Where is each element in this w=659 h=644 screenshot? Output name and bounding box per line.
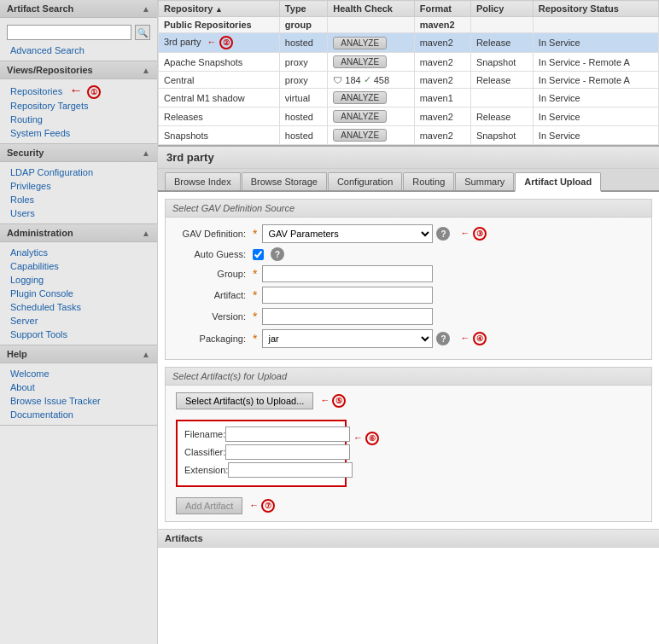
admin-title: Administration bbox=[7, 228, 73, 238]
sidebar-item-capabilities[interactable]: Capabilities bbox=[0, 259, 157, 273]
sidebar-item-analytics[interactable]: Analytics bbox=[0, 246, 157, 259]
auto-guess-field: ? bbox=[253, 247, 641, 261]
tab-browse-index[interactable]: Browse Index bbox=[165, 172, 241, 190]
required-star: * bbox=[253, 288, 257, 302]
gav-definition-label: GAV Definition: bbox=[176, 229, 253, 239]
tab-artifact-upload[interactable]: Artifact Upload bbox=[515, 172, 601, 192]
sidebar-item-users[interactable]: Users bbox=[0, 206, 157, 220]
repo-status: In Service bbox=[533, 89, 658, 107]
sidebar-item-roles[interactable]: Roles bbox=[0, 193, 157, 206]
add-artifact-button[interactable]: Add Artifact bbox=[176, 497, 242, 514]
analyze-button[interactable]: ANALYZE bbox=[333, 55, 387, 68]
sidebar-section-header-views: Views/Repositories ▲ bbox=[0, 61, 157, 79]
views-collapse[interactable]: ▲ bbox=[142, 66, 150, 75]
shield-icon: 🛡 bbox=[333, 75, 342, 85]
sidebar-item-support-tools[interactable]: Support Tools bbox=[0, 328, 157, 341]
sidebar-item-routing[interactable]: Routing bbox=[0, 113, 157, 126]
table-row[interactable]: Central proxy 🛡 184 ✓ 458 maven2 Release bbox=[159, 72, 659, 89]
auto-guess-help[interactable]: ? bbox=[271, 247, 284, 261]
help-collapse[interactable]: ▲ bbox=[142, 350, 150, 359]
col-header-format[interactable]: Format bbox=[414, 1, 470, 17]
admin-collapse[interactable]: ▲ bbox=[142, 229, 150, 238]
repo-type: virtual bbox=[279, 89, 327, 107]
repo-policy: Release bbox=[470, 72, 533, 89]
col-header-policy[interactable]: Policy bbox=[470, 1, 533, 17]
artifact-search-button[interactable]: 🔍 bbox=[135, 25, 150, 40]
annotation-arrow-5: ← ⑤ bbox=[320, 394, 346, 408]
sidebar-item-plugin-console[interactable]: Plugin Console bbox=[0, 287, 157, 300]
gav-definition-select[interactable]: GAV Parameters POM File bbox=[262, 224, 433, 243]
artifact-label: Artifact: bbox=[176, 290, 253, 300]
tab-browse-storage[interactable]: Browse Storage bbox=[242, 172, 327, 190]
col-header-type[interactable]: Type bbox=[279, 1, 327, 17]
tab-configuration[interactable]: Configuration bbox=[328, 172, 402, 190]
sidebar-item-welcome[interactable]: Welcome bbox=[0, 367, 157, 380]
help-title: Help bbox=[7, 349, 27, 359]
sidebar-item-browse-issue-tracker[interactable]: Browse Issue Tracker bbox=[0, 394, 157, 408]
repo-name: Releases bbox=[159, 107, 280, 126]
repo-name: Central M1 shadow bbox=[159, 89, 280, 107]
security-collapse[interactable]: ▲ bbox=[142, 148, 150, 158]
packaging-help-button[interactable]: ? bbox=[436, 332, 450, 345]
repo-name: Public Repositories bbox=[159, 17, 280, 33]
analyze-button[interactable]: ANALYZE bbox=[333, 110, 387, 123]
sidebar-item-advanced-search[interactable]: Advanced Search bbox=[0, 44, 157, 57]
gav-help-button[interactable]: ? bbox=[436, 227, 450, 241]
sidebar-item-server[interactable]: Server bbox=[0, 314, 157, 328]
repo-status bbox=[533, 17, 658, 33]
packaging-select[interactable]: jar war ear pom maven-plugin bbox=[262, 329, 433, 348]
upload-section: Select Artifact(s) for Upload Select Art… bbox=[165, 367, 652, 522]
gav-form-body: GAV Definition: * GAV Parameters POM Fil… bbox=[166, 218, 651, 359]
table-row[interactable]: Central M1 shadow virtual ANALYZE maven1… bbox=[159, 89, 659, 107]
classifier-input[interactable] bbox=[225, 444, 350, 460]
table-row[interactable]: Releases hosted ANALYZE maven2 Release I… bbox=[159, 107, 659, 126]
sidebar-item-repository-targets[interactable]: Repository Targets bbox=[0, 99, 157, 113]
sidebar-item-ldap[interactable]: LDAP Configuration bbox=[0, 165, 157, 179]
detail-panel: 3rd party Browse Index Browse Storage Co… bbox=[158, 147, 659, 644]
artifacts-header: Artifacts bbox=[158, 529, 659, 548]
tab-summary[interactable]: Summary bbox=[455, 172, 514, 190]
sidebar-item-scheduled-tasks[interactable]: Scheduled Tasks bbox=[0, 300, 157, 314]
classifier-label: Classifier: bbox=[184, 447, 225, 457]
version-input[interactable] bbox=[262, 308, 433, 325]
tab-routing[interactable]: Routing bbox=[403, 172, 454, 190]
col-header-repository[interactable]: Repository bbox=[159, 1, 280, 17]
gav-definition-row: GAV Definition: * GAV Parameters POM Fil… bbox=[176, 224, 641, 243]
repo-policy bbox=[470, 17, 533, 33]
sidebar-section-header-artifact-search: Artifact Search ▲ bbox=[0, 0, 157, 18]
tab-content-artifact-upload: Select GAV Definition Source GAV Definit… bbox=[158, 192, 659, 644]
artifact-input[interactable] bbox=[262, 287, 433, 304]
table-row[interactable]: Apache Snapshots proxy ANALYZE maven2 Sn… bbox=[159, 53, 659, 72]
analyze-button[interactable]: ANALYZE bbox=[333, 129, 387, 142]
group-input[interactable] bbox=[262, 265, 433, 282]
sidebar-item-logging[interactable]: Logging bbox=[0, 273, 157, 287]
required-star: * bbox=[253, 267, 257, 281]
extension-input[interactable] bbox=[228, 462, 353, 478]
repo-format: maven2 bbox=[414, 17, 470, 33]
select-artifacts-button[interactable]: Select Artifact(s) to Upload... bbox=[176, 392, 313, 409]
sidebar-item-repositories[interactable]: Repositories bbox=[0, 84, 69, 98]
analyze-button[interactable]: ANALYZE bbox=[333, 37, 387, 49]
sidebar-item-about[interactable]: About bbox=[0, 380, 157, 394]
analyze-button[interactable]: ANALYZE bbox=[333, 91, 387, 104]
repo-type: hosted bbox=[279, 126, 327, 145]
sidebar-item-documentation[interactable]: Documentation bbox=[0, 408, 157, 421]
filename-input[interactable] bbox=[225, 426, 350, 442]
artifact-search-collapse[interactable]: ▲ bbox=[142, 4, 150, 14]
table-row[interactable]: 3rd party ← ② hosted ANALYZE maven2 Rele… bbox=[159, 33, 659, 53]
sidebar: Artifact Search ▲ 🔍 Advanced Search View… bbox=[0, 0, 158, 644]
col-header-health-check[interactable]: Health Check bbox=[328, 1, 414, 17]
sidebar-item-system-feeds[interactable]: System Feeds bbox=[0, 126, 157, 140]
auto-guess-checkbox[interactable] bbox=[253, 249, 264, 260]
artifact-search-input[interactable] bbox=[7, 25, 131, 40]
table-row[interactable]: Public Repositories group maven2 bbox=[159, 17, 659, 33]
col-header-repository-status[interactable]: Repository Status bbox=[533, 1, 658, 17]
repo-policy bbox=[470, 89, 533, 107]
security-content: LDAP Configuration Privileges Roles User… bbox=[0, 162, 157, 223]
version-field: * bbox=[253, 308, 641, 325]
table-row[interactable]: Snapshots hosted ANALYZE maven2 Snapshot… bbox=[159, 126, 659, 145]
sidebar-section-admin: Administration ▲ Analytics Capabilities … bbox=[0, 224, 157, 345]
sidebar-item-privileges[interactable]: Privileges bbox=[0, 179, 157, 193]
repo-status: In Service bbox=[533, 33, 658, 53]
repo-policy: Release bbox=[470, 33, 533, 53]
